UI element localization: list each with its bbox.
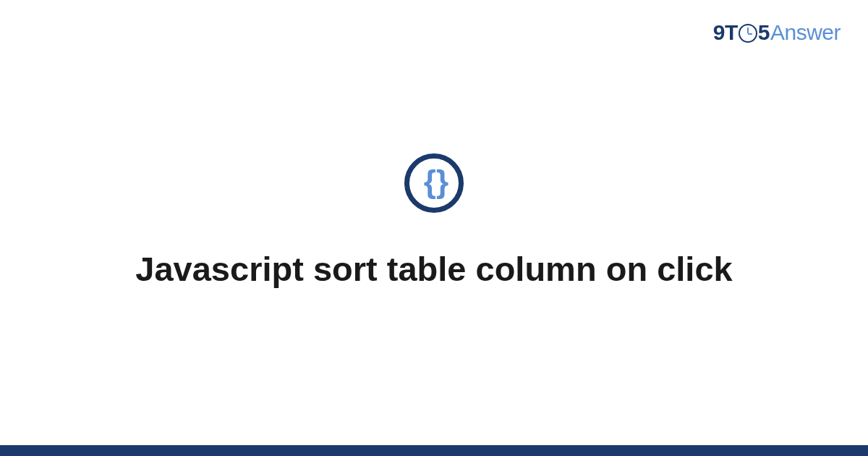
category-icon-circle: { }: [404, 153, 464, 213]
bottom-accent-bar: [0, 445, 868, 456]
main-content: { } Javascript sort table column on clic…: [0, 0, 868, 445]
code-braces-icon: { }: [424, 166, 444, 198]
page-title: Javascript sort table column on click: [135, 248, 732, 291]
